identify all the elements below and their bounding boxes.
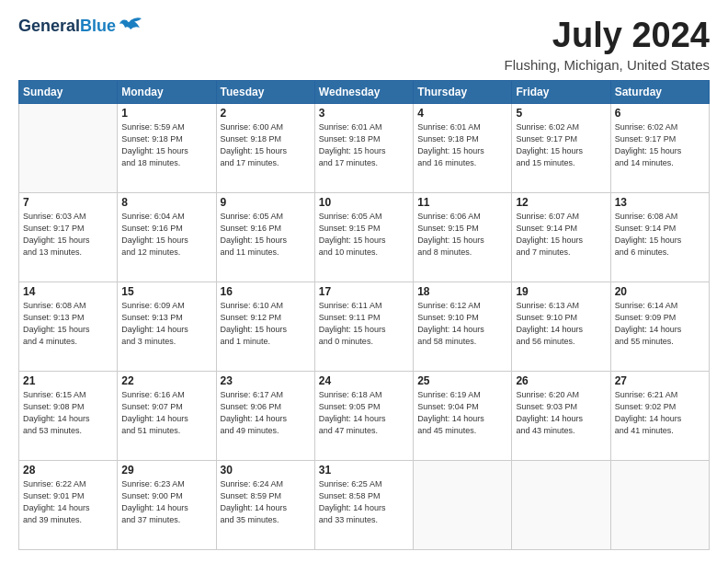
cell-info: Sunrise: 6:11 AM Sunset: 9:11 PM Dayligh… [319,300,409,348]
month-year: July 2024 [505,17,710,55]
table-row [610,460,709,549]
cell-info: Sunrise: 6:05 AM Sunset: 9:16 PM Dayligh… [221,211,311,259]
table-row: 4Sunrise: 6:01 AM Sunset: 9:18 PM Daylig… [414,103,512,192]
cell-info: Sunrise: 6:06 AM Sunset: 9:15 PM Dayligh… [417,211,507,259]
cell-info: Sunrise: 5:59 AM Sunset: 9:18 PM Dayligh… [121,121,211,169]
title-block: July 2024 Flushing, Michigan, United Sta… [505,17,710,73]
cell-info: Sunrise: 6:18 AM Sunset: 9:05 PM Dayligh… [319,389,409,437]
table-row: 27Sunrise: 6:21 AM Sunset: 9:02 PM Dayli… [610,371,709,460]
logo-blue: Blue [80,17,116,35]
day-number: 11 [417,196,507,209]
table-row: 29Sunrise: 6:23 AM Sunset: 9:00 PM Dayli… [118,460,216,549]
day-number: 7 [23,196,113,209]
cell-info: Sunrise: 6:23 AM Sunset: 9:00 PM Dayligh… [121,478,211,526]
table-row: 26Sunrise: 6:20 AM Sunset: 9:03 PM Dayli… [512,371,610,460]
day-number: 1 [121,107,211,120]
table-row: 18Sunrise: 6:12 AM Sunset: 9:10 PM Dayli… [414,282,512,371]
table-row: 1Sunrise: 5:59 AM Sunset: 9:18 PM Daylig… [118,103,216,192]
header-sunday: Sunday [19,80,118,103]
day-number: 25 [417,374,507,387]
cell-info: Sunrise: 6:24 AM Sunset: 8:59 PM Dayligh… [221,478,311,526]
table-row [512,460,610,549]
cell-info: Sunrise: 6:01 AM Sunset: 9:18 PM Dayligh… [417,121,507,169]
cell-info: Sunrise: 6:17 AM Sunset: 9:06 PM Dayligh… [221,389,311,437]
cell-info: Sunrise: 6:09 AM Sunset: 9:13 PM Dayligh… [121,300,211,348]
cell-info: Sunrise: 6:03 AM Sunset: 9:17 PM Dayligh… [23,211,113,259]
cell-info: Sunrise: 6:14 AM Sunset: 9:09 PM Dayligh… [615,300,705,348]
cell-info: Sunrise: 6:19 AM Sunset: 9:04 PM Dayligh… [417,389,507,437]
logo-general: General [18,17,80,35]
day-number: 2 [221,107,311,120]
header: GeneralBlue July 2024 Flushing, Michigan… [18,17,710,73]
calendar-week-row: 14Sunrise: 6:08 AM Sunset: 9:13 PM Dayli… [19,282,710,371]
header-monday: Monday [118,80,216,103]
table-row: 8Sunrise: 6:04 AM Sunset: 9:16 PM Daylig… [118,192,216,282]
table-row: 11Sunrise: 6:06 AM Sunset: 9:15 PM Dayli… [414,192,512,282]
day-number: 16 [221,285,311,298]
day-number: 8 [121,196,211,209]
cell-info: Sunrise: 6:20 AM Sunset: 9:03 PM Dayligh… [516,389,606,437]
calendar-week-row: 7Sunrise: 6:03 AM Sunset: 9:17 PM Daylig… [19,192,710,282]
table-row: 30Sunrise: 6:24 AM Sunset: 8:59 PM Dayli… [216,460,314,549]
table-row: 12Sunrise: 6:07 AM Sunset: 9:14 PM Dayli… [512,192,610,282]
table-row [19,103,118,192]
day-number: 28 [23,464,113,477]
day-number: 18 [417,285,507,298]
table-row: 23Sunrise: 6:17 AM Sunset: 9:06 PM Dayli… [216,371,314,460]
cell-info: Sunrise: 6:21 AM Sunset: 9:02 PM Dayligh… [615,389,705,437]
table-row: 7Sunrise: 6:03 AM Sunset: 9:17 PM Daylig… [19,192,118,282]
cell-info: Sunrise: 6:13 AM Sunset: 9:10 PM Dayligh… [516,300,606,348]
cell-info: Sunrise: 6:22 AM Sunset: 9:01 PM Dayligh… [23,478,113,526]
day-number: 4 [417,107,507,120]
logo: GeneralBlue [18,17,143,37]
table-row: 16Sunrise: 6:10 AM Sunset: 9:12 PM Dayli… [216,282,314,371]
day-number: 26 [516,374,606,387]
day-number: 14 [23,285,113,298]
table-row: 5Sunrise: 6:02 AM Sunset: 9:17 PM Daylig… [512,103,610,192]
table-row: 24Sunrise: 6:18 AM Sunset: 9:05 PM Dayli… [314,371,413,460]
cell-info: Sunrise: 6:12 AM Sunset: 9:10 PM Dayligh… [417,300,507,348]
header-wednesday: Wednesday [314,80,413,103]
day-number: 19 [516,285,606,298]
day-number: 9 [221,196,311,209]
calendar-week-row: 28Sunrise: 6:22 AM Sunset: 9:01 PM Dayli… [19,460,710,549]
day-number: 23 [221,374,311,387]
table-row: 9Sunrise: 6:05 AM Sunset: 9:16 PM Daylig… [216,192,314,282]
day-number: 5 [516,107,606,120]
day-number: 12 [516,196,606,209]
cell-info: Sunrise: 6:02 AM Sunset: 9:17 PM Dayligh… [615,121,705,169]
table-row: 19Sunrise: 6:13 AM Sunset: 9:10 PM Dayli… [512,282,610,371]
header-thursday: Thursday [414,80,512,103]
logo-bird-icon [118,17,143,37]
table-row: 14Sunrise: 6:08 AM Sunset: 9:13 PM Dayli… [19,282,118,371]
cell-info: Sunrise: 6:05 AM Sunset: 9:15 PM Dayligh… [319,211,409,259]
day-number: 13 [615,196,705,209]
cell-info: Sunrise: 6:01 AM Sunset: 9:18 PM Dayligh… [319,121,409,169]
day-number: 27 [615,374,705,387]
table-row: 15Sunrise: 6:09 AM Sunset: 9:13 PM Dayli… [118,282,216,371]
day-number: 17 [319,285,409,298]
calendar-table: Sunday Monday Tuesday Wednesday Thursday… [18,80,710,550]
cell-info: Sunrise: 6:07 AM Sunset: 9:14 PM Dayligh… [516,211,606,259]
day-number: 6 [615,107,705,120]
day-number: 10 [319,196,409,209]
table-row: 25Sunrise: 6:19 AM Sunset: 9:04 PM Dayli… [414,371,512,460]
weekday-header-row: Sunday Monday Tuesday Wednesday Thursday… [19,80,710,103]
table-row: 22Sunrise: 6:16 AM Sunset: 9:07 PM Dayli… [118,371,216,460]
cell-info: Sunrise: 6:08 AM Sunset: 9:13 PM Dayligh… [23,300,113,348]
day-number: 30 [221,464,311,477]
day-number: 31 [319,464,409,477]
day-number: 15 [121,285,211,298]
header-friday: Friday [512,80,610,103]
table-row: 20Sunrise: 6:14 AM Sunset: 9:09 PM Dayli… [610,282,709,371]
table-row: 6Sunrise: 6:02 AM Sunset: 9:17 PM Daylig… [610,103,709,192]
table-row: 17Sunrise: 6:11 AM Sunset: 9:11 PM Dayli… [314,282,413,371]
table-row: 3Sunrise: 6:01 AM Sunset: 9:18 PM Daylig… [314,103,413,192]
cell-info: Sunrise: 6:02 AM Sunset: 9:17 PM Dayligh… [516,121,606,169]
table-row: 21Sunrise: 6:15 AM Sunset: 9:08 PM Dayli… [19,371,118,460]
day-number: 24 [319,374,409,387]
table-row: 13Sunrise: 6:08 AM Sunset: 9:14 PM Dayli… [610,192,709,282]
header-saturday: Saturday [610,80,709,103]
page: GeneralBlue July 2024 Flushing, Michigan… [0,0,728,563]
calendar-week-row: 21Sunrise: 6:15 AM Sunset: 9:08 PM Dayli… [19,371,710,460]
